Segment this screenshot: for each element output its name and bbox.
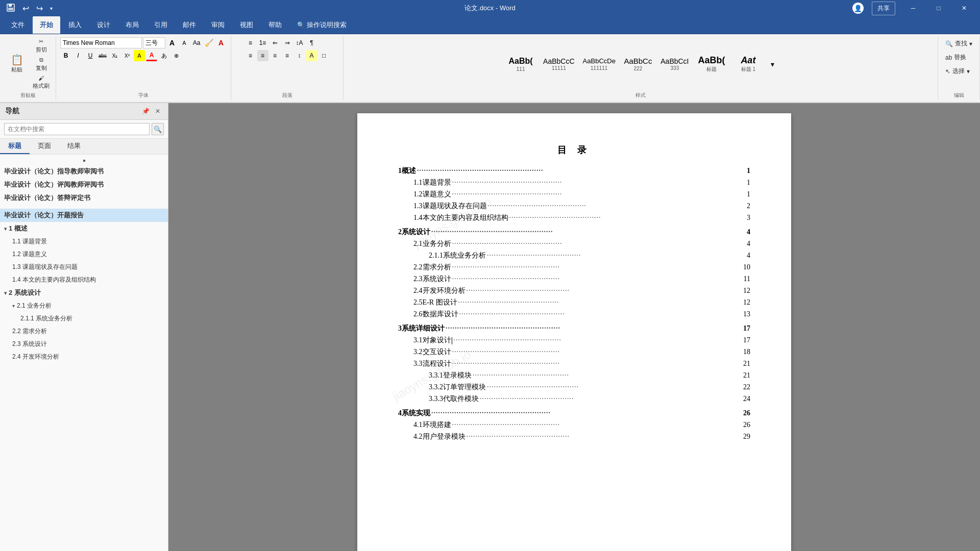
style-111[interactable]: AaBb( 111	[503, 55, 538, 73]
align-center-button[interactable]: ≡	[257, 50, 268, 61]
indent-button[interactable]: ⇒	[282, 37, 293, 48]
style-biaoti[interactable]: AaBb( 标题	[694, 54, 729, 75]
save-icon[interactable]	[4, 1, 17, 16]
toc-dots: ········································…	[452, 240, 746, 248]
tab-search[interactable]: 🔍 操作说明搜索	[290, 16, 354, 34]
replace-button[interactable]: ab替换	[942, 51, 969, 64]
customize-icon[interactable]: ▾	[48, 4, 55, 13]
shading-button[interactable]: A	[306, 50, 317, 61]
subscript-button[interactable]: X₂	[109, 50, 120, 61]
nav-item-2-1[interactable]: ▾ 2.1 业务分析	[0, 299, 168, 312]
tab-design[interactable]: 设计	[90, 16, 117, 34]
font-color-button[interactable]: A	[146, 50, 157, 61]
clear-format-button[interactable]: 🧹	[203, 37, 214, 48]
doc-area[interactable]: jiaoyns.github.io jiaoyns.github.io 目 录 …	[168, 103, 980, 551]
restore-button[interactable]: □	[927, 0, 950, 16]
styles-more-button[interactable]: ▾	[767, 59, 778, 70]
toc-dots: ········································…	[488, 202, 746, 210]
toc-entry: 2.1 业务分析 ·······························…	[398, 239, 750, 248]
paste-button[interactable]: 📋 粘贴	[4, 52, 30, 77]
line-spacing-button[interactable]: ↕	[294, 50, 305, 61]
copy-button[interactable]: ⧉ 复制	[31, 56, 52, 73]
tab-home[interactable]: 开始	[33, 16, 60, 34]
style-11111[interactable]: AaBbCcC 11111	[540, 56, 578, 73]
undo-icon[interactable]: ↩	[20, 2, 31, 15]
toc-text: 系统实现	[402, 409, 430, 418]
nav-item-1-2[interactable]: 1.2 课题意义	[0, 248, 168, 261]
style-biaoti1[interactable]: Aat 标题 1	[730, 54, 766, 75]
enclose-button[interactable]: ⊕	[170, 50, 182, 61]
font-name-input[interactable]	[60, 37, 142, 48]
bullets-button[interactable]: ≡	[245, 37, 256, 48]
nav-item-1-1[interactable]: 1.1 课题背景	[0, 235, 168, 248]
numbering-button[interactable]: 1≡	[257, 37, 268, 48]
toc-page: 17	[743, 324, 750, 333]
nav-item-supervisor[interactable]: 毕业设计（论文）指导教师审阅书	[0, 165, 168, 178]
font-grow-button[interactable]: A	[166, 37, 178, 48]
find-button[interactable]: 🔍查找▾	[942, 37, 975, 50]
tab-headings[interactable]: 标题	[0, 139, 30, 154]
format-paint-button[interactable]: 🖌 格式刷	[31, 74, 52, 91]
toc-text: 课题背景	[423, 178, 451, 187]
tab-help[interactable]: 帮助	[261, 16, 289, 34]
font-case-button[interactable]: Aa	[191, 37, 202, 48]
strikethrough-button[interactable]: abc	[97, 50, 108, 61]
toc-entry: 2.4 开发环境分析 ·····························…	[398, 286, 750, 295]
search-input[interactable]	[4, 123, 150, 135]
nav-item-2-1-1[interactable]: 2.1.1 系统业务分析	[0, 312, 168, 325]
sort-button[interactable]: ↕A	[294, 37, 305, 48]
search-submit-button[interactable]: 🔍	[152, 123, 164, 135]
nav-item-ch2[interactable]: ▾ 2 系统设计	[0, 286, 168, 299]
style-111111[interactable]: AaBbCcDe 111111	[579, 56, 619, 72]
align-left-button[interactable]: ≡	[245, 50, 256, 61]
select-button[interactable]: ↖选择▾	[942, 65, 973, 78]
nav-item-reviewer[interactable]: 毕业设计（论文）评阅教师评阅书	[0, 178, 168, 191]
tab-results[interactable]: 结果	[59, 139, 89, 154]
redo-icon[interactable]: ↪	[34, 2, 45, 15]
bold-button[interactable]: B	[60, 50, 71, 61]
nav-item-2-2[interactable]: 2.2 需求分析	[0, 325, 168, 338]
tab-file[interactable]: 文件	[4, 16, 32, 34]
tab-review[interactable]: 审阅	[204, 16, 232, 34]
tab-pages[interactable]: 页面	[30, 139, 59, 154]
sidebar-pin-button[interactable]: 📌	[140, 106, 151, 116]
nav-item-proposal[interactable]: 毕业设计（论文）开题报告	[0, 209, 168, 222]
toc-num: 2.2	[413, 263, 423, 271]
justify-button[interactable]: ≡	[282, 50, 293, 61]
border-button[interactable]: □	[318, 50, 330, 61]
style-333[interactable]: AaBbCcI 333	[657, 56, 693, 73]
highlight-button[interactable]: A	[134, 50, 145, 61]
nav-item-defense[interactable]: 毕业设计（论文）答辩评定书	[0, 191, 168, 205]
tab-view[interactable]: 视图	[233, 16, 260, 34]
tab-insert[interactable]: 插入	[61, 16, 89, 34]
toc-num: 1.4	[413, 214, 423, 222]
nav-item-1-4[interactable]: 1.4 本文的主要内容及组织结构	[0, 273, 168, 286]
sidebar-close-button[interactable]: ✕	[153, 106, 163, 116]
outdent-button[interactable]: ⇐	[270, 37, 281, 48]
cut-button[interactable]: ✂ 剪切	[31, 37, 52, 55]
tab-mailings[interactable]: 邮件	[176, 16, 203, 34]
minimize-button[interactable]: ─	[901, 0, 925, 16]
toc-dots: ········································…	[473, 371, 742, 380]
align-right-button[interactable]: ≡	[270, 50, 281, 61]
superscript-button[interactable]: X²	[121, 50, 133, 61]
share-button[interactable]: 共享	[872, 2, 895, 15]
user-avatar[interactable]: 👤	[850, 1, 866, 16]
nav-item-2-3[interactable]: 2.3 系统设计	[0, 338, 168, 350]
nav-item-1-3[interactable]: 1.3 课题现状及存在问题	[0, 261, 168, 273]
style-222[interactable]: AaBbCc 222	[620, 55, 656, 73]
phonetic-button[interactable]: あ	[158, 50, 169, 61]
close-button[interactable]: ✕	[952, 0, 976, 16]
font-shrink-button[interactable]: A	[179, 37, 190, 48]
font-size-input[interactable]	[143, 37, 165, 48]
text-effect-button[interactable]: A	[215, 37, 227, 48]
nav-item-ch1[interactable]: ▾ 1 概述	[0, 222, 168, 235]
toc-dots: ········································…	[452, 190, 746, 198]
underline-button[interactable]: U	[85, 50, 96, 61]
tab-layout[interactable]: 布局	[118, 16, 146, 34]
nav-item-2-4[interactable]: 2.4 开发环境分析	[0, 350, 168, 363]
tab-references[interactable]: 引用	[147, 16, 175, 34]
toc-page: 1	[747, 167, 750, 175]
show-formatting-button[interactable]: ¶	[306, 37, 317, 48]
italic-button[interactable]: I	[72, 50, 84, 61]
